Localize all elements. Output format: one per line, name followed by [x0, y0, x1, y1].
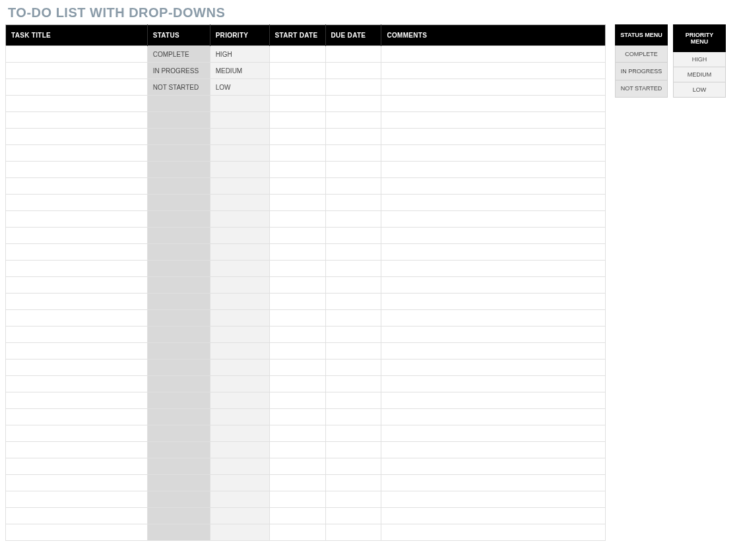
- cell-task-title[interactable]: [6, 508, 148, 524]
- cell-comments[interactable]: [381, 162, 606, 178]
- cell-task-title[interactable]: [6, 491, 148, 508]
- cell-task-title[interactable]: [6, 359, 148, 376]
- cell-status[interactable]: [147, 524, 210, 541]
- cell-start-date[interactable]: [269, 359, 325, 376]
- cell-status[interactable]: [147, 129, 210, 145]
- cell-due-date[interactable]: [325, 178, 381, 195]
- cell-status[interactable]: [147, 228, 210, 244]
- cell-due-date[interactable]: [325, 211, 381, 228]
- cell-status[interactable]: [147, 294, 210, 310]
- cell-start-date[interactable]: [269, 145, 325, 162]
- cell-comments[interactable]: [381, 376, 606, 392]
- cell-task-title[interactable]: [6, 442, 148, 458]
- cell-priority[interactable]: [210, 491, 269, 508]
- cell-start-date[interactable]: [269, 458, 325, 475]
- cell-due-date[interactable]: [325, 294, 381, 310]
- cell-due-date[interactable]: [325, 63, 381, 79]
- cell-priority[interactable]: HIGH: [210, 46, 269, 63]
- cell-priority[interactable]: [210, 310, 269, 327]
- cell-status[interactable]: [147, 310, 210, 327]
- cell-due-date[interactable]: [325, 96, 381, 112]
- cell-due-date[interactable]: [325, 244, 381, 261]
- cell-priority[interactable]: [210, 392, 269, 409]
- cell-status[interactable]: [147, 425, 210, 442]
- cell-status[interactable]: [147, 343, 210, 359]
- cell-start-date[interactable]: [269, 310, 325, 327]
- cell-task-title[interactable]: [6, 195, 148, 211]
- cell-comments[interactable]: [381, 195, 606, 211]
- cell-comments[interactable]: [381, 327, 606, 343]
- cell-due-date[interactable]: [325, 475, 381, 491]
- cell-start-date[interactable]: [269, 327, 325, 343]
- cell-comments[interactable]: [381, 145, 606, 162]
- cell-comments[interactable]: [381, 491, 606, 508]
- cell-status[interactable]: [147, 277, 210, 294]
- priority-menu-item[interactable]: LOW: [674, 82, 726, 98]
- cell-comments[interactable]: [381, 425, 606, 442]
- cell-comments[interactable]: [381, 211, 606, 228]
- cell-comments[interactable]: [381, 178, 606, 195]
- cell-priority[interactable]: [210, 162, 269, 178]
- cell-priority[interactable]: [210, 343, 269, 359]
- cell-start-date[interactable]: [269, 228, 325, 244]
- cell-due-date[interactable]: [325, 524, 381, 541]
- priority-menu-item[interactable]: HIGH: [674, 52, 726, 67]
- cell-task-title[interactable]: [6, 96, 148, 112]
- cell-task-title[interactable]: [6, 228, 148, 244]
- cell-task-title[interactable]: [6, 79, 148, 96]
- status-menu-item[interactable]: COMPLETE: [616, 46, 668, 63]
- cell-start-date[interactable]: [269, 294, 325, 310]
- cell-task-title[interactable]: [6, 244, 148, 261]
- cell-comments[interactable]: [381, 261, 606, 277]
- cell-due-date[interactable]: [325, 327, 381, 343]
- cell-task-title[interactable]: [6, 458, 148, 475]
- cell-start-date[interactable]: [269, 79, 325, 96]
- cell-start-date[interactable]: [269, 195, 325, 211]
- cell-priority[interactable]: [210, 327, 269, 343]
- cell-comments[interactable]: [381, 458, 606, 475]
- cell-due-date[interactable]: [325, 491, 381, 508]
- cell-comments[interactable]: [381, 409, 606, 425]
- cell-status[interactable]: [147, 491, 210, 508]
- cell-priority[interactable]: MEDIUM: [210, 63, 269, 79]
- cell-priority[interactable]: [210, 244, 269, 261]
- cell-status[interactable]: [147, 458, 210, 475]
- cell-task-title[interactable]: [6, 129, 148, 145]
- cell-priority[interactable]: [210, 508, 269, 524]
- cell-status[interactable]: [147, 96, 210, 112]
- cell-due-date[interactable]: [325, 425, 381, 442]
- cell-task-title[interactable]: [6, 112, 148, 129]
- cell-status[interactable]: [147, 327, 210, 343]
- cell-comments[interactable]: [381, 63, 606, 79]
- cell-start-date[interactable]: [269, 475, 325, 491]
- cell-start-date[interactable]: [269, 211, 325, 228]
- cell-due-date[interactable]: [325, 129, 381, 145]
- cell-status[interactable]: [147, 112, 210, 129]
- cell-task-title[interactable]: [6, 277, 148, 294]
- cell-task-title[interactable]: [6, 211, 148, 228]
- cell-task-title[interactable]: [6, 392, 148, 409]
- cell-due-date[interactable]: [325, 261, 381, 277]
- cell-status[interactable]: [147, 145, 210, 162]
- cell-task-title[interactable]: [6, 524, 148, 541]
- cell-priority[interactable]: [210, 524, 269, 541]
- cell-comments[interactable]: [381, 129, 606, 145]
- cell-task-title[interactable]: [6, 425, 148, 442]
- cell-comments[interactable]: [381, 343, 606, 359]
- cell-start-date[interactable]: [269, 392, 325, 409]
- cell-task-title[interactable]: [6, 294, 148, 310]
- cell-status[interactable]: [147, 409, 210, 425]
- cell-status[interactable]: [147, 178, 210, 195]
- cell-start-date[interactable]: [269, 129, 325, 145]
- cell-due-date[interactable]: [325, 409, 381, 425]
- cell-status[interactable]: [147, 508, 210, 524]
- cell-task-title[interactable]: [6, 376, 148, 392]
- cell-due-date[interactable]: [325, 46, 381, 63]
- cell-start-date[interactable]: [269, 162, 325, 178]
- cell-status[interactable]: [147, 475, 210, 491]
- cell-task-title[interactable]: [6, 327, 148, 343]
- cell-start-date[interactable]: [269, 425, 325, 442]
- cell-priority[interactable]: [210, 442, 269, 458]
- cell-status[interactable]: [147, 359, 210, 376]
- cell-comments[interactable]: [381, 79, 606, 96]
